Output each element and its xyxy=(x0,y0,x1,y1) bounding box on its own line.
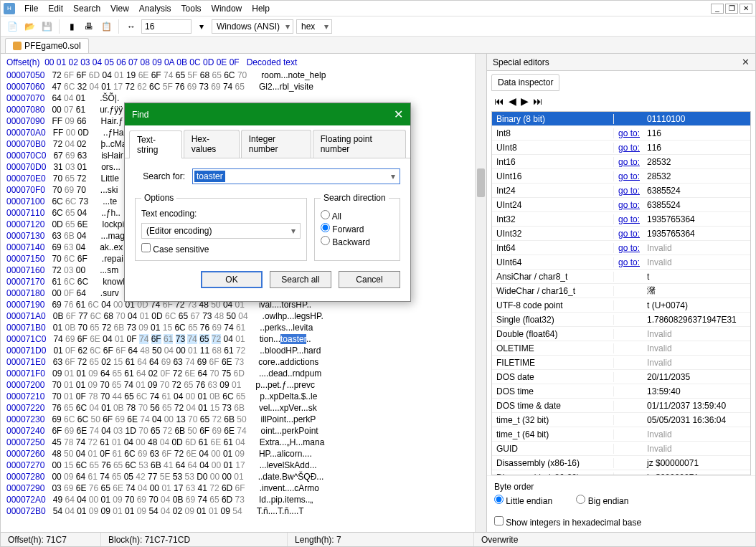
menu-search[interactable]: Search xyxy=(68,2,105,15)
hex-row[interactable]: 000071F0 09 01 01 09 64 65 61 64 02 0F 7… xyxy=(6,368,469,379)
tool2-icon[interactable]: 🖶 xyxy=(82,19,96,34)
menu-tools[interactable]: Tools xyxy=(176,2,207,15)
hex-row[interactable]: 00007200 70 01 01 09 70 65 74 01 09 70 7… xyxy=(6,379,469,391)
nav-prev-icon[interactable]: ◀ xyxy=(509,95,516,107)
charset-combo[interactable]: Windows (ANSI) xyxy=(212,19,293,34)
find-dialog: Find✕ Text-string Hex-values Integer num… xyxy=(124,103,411,302)
hex-row[interactable]: 000071A0 0B 6F 77 6C 68 70 04 01 0D 6C 6… xyxy=(6,310,469,322)
hex-row[interactable]: 00007240 6F 69 6E 74 04 03 1D 70 65 72 6… xyxy=(6,425,469,437)
inspector-row[interactable]: UInt16go to:28532 xyxy=(492,169,750,184)
inspector-row[interactable]: DOS time13:59:40 xyxy=(492,384,750,399)
file-tab[interactable]: PFEgame0.sol xyxy=(5,38,89,53)
hex-row[interactable]: 00007210 70 01 0F 78 70 44 65 6C 74 61 0… xyxy=(6,391,469,402)
hex-row[interactable]: 000071D0 01 0F 62 6C 6F 6F 64 48 50 04 0… xyxy=(6,345,469,356)
inspector-row[interactable]: Disassembly (x86-16)jz $00000071 xyxy=(492,456,750,470)
dir-all-radio[interactable]: All xyxy=(321,210,394,222)
dir-forward-radio[interactable]: Forward xyxy=(321,223,394,234)
inspector-row[interactable]: Single (float32)1.78608296371947E31 xyxy=(492,313,750,327)
inspector-row[interactable]: Int8go to:116 xyxy=(492,126,750,141)
direction-legend: Search direction xyxy=(321,193,389,203)
dialog-close-icon[interactable]: ✕ xyxy=(394,108,403,121)
close-button[interactable]: ✕ xyxy=(740,4,752,14)
inspector-row[interactable]: UInt24go to:6385524 xyxy=(492,198,750,212)
open-icon[interactable]: 📂 xyxy=(22,19,37,34)
inspector-row[interactable]: WideChar / char16_t潴 xyxy=(492,284,750,298)
inspector-row[interactable]: UInt64go to:Invalid xyxy=(492,255,750,270)
tab-text-string[interactable]: Text-string xyxy=(129,130,182,158)
cancel-button[interactable]: Cancel xyxy=(339,271,400,288)
hex-row[interactable]: 00007290 03 69 6E 76 65 6E 74 04 00 01 1… xyxy=(6,482,469,494)
inspector-row[interactable]: time_t (32 bit)05/05/2031 16:36:04 xyxy=(492,413,750,427)
inspector-row[interactable]: OLETIMEInvalid xyxy=(492,341,750,356)
menu-view[interactable]: View xyxy=(105,2,134,15)
status-block: Block(h): 71C7-71CD xyxy=(101,533,288,546)
nav-next-icon[interactable]: ▶ xyxy=(521,95,529,107)
hex-row[interactable]: 000071E0 63 6F 72 65 02 15 61 64 64 69 6… xyxy=(6,356,469,368)
inspector-row[interactable]: Int24go to:6385524 xyxy=(492,184,750,198)
inspector-row[interactable]: time_t (64 bit)Invalid xyxy=(492,427,750,442)
dir-backward-radio[interactable]: Backward xyxy=(321,236,394,247)
save-icon[interactable]: 💾 xyxy=(39,19,54,34)
tool3-icon[interactable]: 📋 xyxy=(99,19,113,34)
cols-icon[interactable]: ↔ xyxy=(124,19,138,34)
hex-row[interactable]: 00007280 00 09 64 61 74 65 05 42 77 5E 5… xyxy=(6,471,469,482)
minimize-button[interactable]: _ xyxy=(711,4,724,14)
menu-analysis[interactable]: Analysis xyxy=(134,2,176,15)
encoding-select[interactable]: (Editor encoding) xyxy=(141,223,301,239)
menu-help[interactable]: Help xyxy=(247,2,275,15)
hex-row[interactable]: 000071B0 01 0B 70 65 72 6B 73 09 01 15 6… xyxy=(6,322,469,333)
inspector-row[interactable]: FILETIMEInvalid xyxy=(492,356,750,370)
inspector-row[interactable]: DOS date20/11/2035 xyxy=(492,370,750,384)
tab-integer[interactable]: Integer number xyxy=(241,130,311,158)
hex-row[interactable]: 000072B0 54 04 01 09 09 01 01 09 54 04 0… xyxy=(6,505,469,517)
hex-row[interactable]: 00007050 72 6F 6F 6D 04 01 19 6E 6F 74 6… xyxy=(6,70,469,81)
tab-float[interactable]: Floating point number xyxy=(313,130,406,158)
big-endian-radio[interactable]: Big endian xyxy=(576,496,628,506)
inspector-row[interactable]: Disassembly (x86-32)jz $00000071 xyxy=(492,470,750,475)
restore-button[interactable]: ❐ xyxy=(725,4,738,14)
hex-row[interactable]: 00007270 00 15 6C 65 76 65 6C 53 6B 41 6… xyxy=(6,460,469,471)
inspector-row[interactable]: Int64go to:Invalid xyxy=(492,241,750,255)
hex-row[interactable]: 00007250 45 78 74 72 61 01 04 00 48 04 0… xyxy=(6,437,469,448)
search-input[interactable]: toaster xyxy=(192,168,400,184)
hex-row[interactable]: 000071C0 74 69 6F 6E 04 01 0F 74 6F 61 7… xyxy=(6,333,469,345)
hex-row[interactable]: 000072A0 49 64 04 00 01 09 70 69 70 04 0… xyxy=(6,494,469,505)
cols-dd-icon[interactable]: ▾ xyxy=(194,19,209,34)
scroll-thumb[interactable] xyxy=(477,168,485,197)
search-all-button[interactable]: Search all xyxy=(270,271,331,288)
tool1-icon[interactable]: ▮ xyxy=(65,19,79,34)
inspector-row[interactable]: UInt32go to:1935765364 xyxy=(492,227,750,241)
inspector-row[interactable]: DOS time & date01/11/2037 13:59:40 xyxy=(492,399,750,413)
menu-window[interactable]: Window xyxy=(207,2,247,15)
hex-row[interactable]: 00007260 48 50 04 01 0F 61 6C 69 63 6F 7… xyxy=(6,448,469,460)
status-length: Length(h): 7 xyxy=(288,533,474,546)
little-endian-radio[interactable]: Little endian xyxy=(494,496,552,506)
hex-scrollbar[interactable] xyxy=(475,54,486,532)
inspector-row[interactable]: UInt8go to:116 xyxy=(492,141,750,155)
data-inspector-tab[interactable]: Data inspector xyxy=(491,74,559,91)
menu-edit[interactable]: Edit xyxy=(43,2,68,15)
inspector-row[interactable]: Double (float64)Invalid xyxy=(492,327,750,341)
columns-input[interactable] xyxy=(141,19,192,34)
show-hex-checkbox[interactable]: Show integers in hexadecimal base xyxy=(494,518,641,528)
inspector-row[interactable]: Int16go to:28532 xyxy=(492,155,750,169)
new-icon[interactable]: 📄 xyxy=(5,19,19,34)
inspector-row[interactable]: UTF-8 code pointt (U+0074) xyxy=(492,298,750,313)
case-sensitive-checkbox[interactable]: Case sensitive xyxy=(141,243,301,255)
tab-hex-values[interactable]: Hex-values xyxy=(184,130,240,158)
ok-button[interactable]: OK xyxy=(201,271,263,288)
status-mode: Overwrite xyxy=(474,533,755,546)
inspector-row[interactable]: AnsiChar / char8_tt xyxy=(492,270,750,284)
inspector-row[interactable]: Binary (8 bit)01110100 xyxy=(492,112,750,126)
hex-row[interactable]: 00007230 69 6C 6C 50 6F 69 6E 74 04 00 1… xyxy=(6,414,469,425)
base-combo[interactable]: hex xyxy=(296,19,332,34)
side-close-icon[interactable]: ✕ xyxy=(742,57,750,67)
file-icon xyxy=(13,42,22,50)
hex-row[interactable]: 00007220 76 65 6C 04 01 0B 78 70 56 65 7… xyxy=(6,402,469,414)
nav-last-icon[interactable]: ⏭ xyxy=(533,95,543,107)
hex-row[interactable]: 00007060 47 6C 32 04 01 17 72 62 6C 5F 7… xyxy=(6,81,469,92)
inspector-row[interactable]: Int32go to:1935765364 xyxy=(492,212,750,227)
nav-first-icon[interactable]: ⏮ xyxy=(494,95,504,107)
inspector-row[interactable]: GUIDInvalid xyxy=(492,442,750,456)
menu-file[interactable]: File xyxy=(19,2,43,15)
